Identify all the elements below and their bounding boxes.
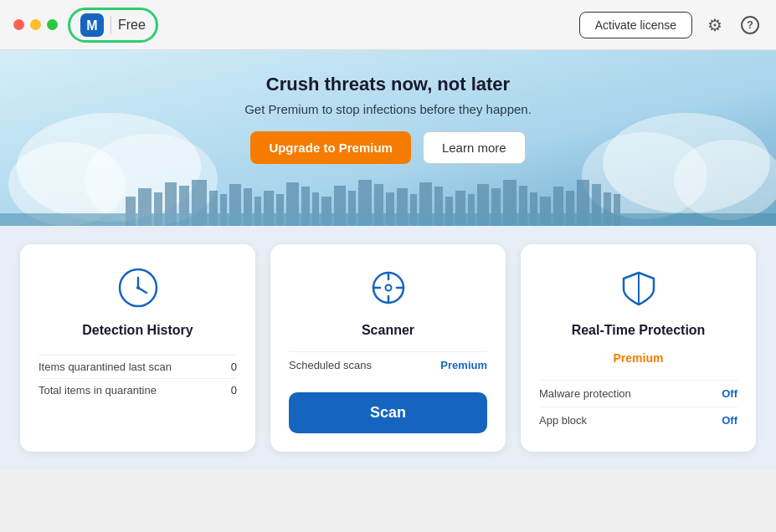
stat-label-quarantined-last-scan: Items quarantined last scan	[39, 361, 172, 373]
svg-rect-15	[209, 191, 218, 226]
svg-rect-33	[419, 182, 432, 226]
clock-icon	[115, 264, 162, 311]
svg-rect-47	[592, 184, 601, 226]
stat-row-total-quarantine: Total items in quarantine 0	[39, 378, 237, 402]
svg-rect-28	[358, 180, 372, 226]
svg-point-3	[17, 113, 201, 222]
svg-rect-41	[519, 186, 527, 226]
svg-rect-16	[220, 194, 227, 226]
svg-rect-30	[386, 192, 394, 226]
svg-rect-37	[468, 194, 475, 226]
realtime-protection-title: Real-Time Protection	[572, 323, 706, 338]
svg-text:M: M	[86, 18, 97, 33]
gear-icon: ⚙	[707, 15, 722, 35]
detection-history-stats: Items quarantined last scan 0 Total item…	[39, 355, 237, 402]
svg-rect-31	[397, 188, 408, 226]
hero-title: Crush threats now, not later	[266, 74, 510, 95]
svg-rect-20	[264, 191, 274, 226]
svg-point-7	[674, 140, 776, 220]
svg-rect-34	[434, 187, 443, 226]
minimize-button[interactable]	[30, 19, 41, 30]
stat-value-quarantined-last-scan: 0	[231, 361, 237, 373]
svg-point-5	[84, 134, 218, 226]
svg-rect-44	[553, 187, 563, 226]
svg-rect-24	[312, 192, 319, 226]
malware-protection-value: Off	[722, 387, 737, 400]
svg-rect-45	[566, 191, 574, 226]
free-label: Free	[118, 18, 146, 33]
maximize-button[interactable]	[47, 19, 58, 30]
malware-protection-label: Malware protection	[539, 387, 631, 400]
svg-rect-27	[348, 191, 356, 226]
svg-rect-21	[276, 194, 284, 226]
help-button[interactable]: ?	[737, 13, 763, 38]
malwarebytes-logo-icon: M	[80, 13, 104, 37]
svg-point-4	[8, 142, 126, 226]
svg-point-6	[603, 113, 770, 213]
realtime-premium-label: Premium	[614, 351, 664, 365]
help-icon: ?	[741, 16, 759, 34]
scheduled-scans-value: Premium	[440, 359, 487, 371]
detection-history-card: Detection History Items quarantined last…	[20, 244, 255, 452]
svg-rect-48	[604, 192, 611, 226]
titlebar: M Free Activate license ⚙ ?	[0, 0, 776, 50]
svg-rect-10	[138, 188, 152, 226]
cards-section: Detection History Items quarantined last…	[0, 226, 776, 470]
stat-label-total-quarantine: Total items in quarantine	[39, 384, 157, 396]
scheduled-scans-row: Scheduled scans Premium	[289, 351, 487, 378]
realtime-protection-features: Malware protection Off App block Off	[539, 380, 737, 433]
scanner-card: Scanner Scheduled scans Premium Scan	[270, 244, 506, 452]
scheduled-scans-label: Scheduled scans	[289, 359, 372, 371]
svg-rect-12	[165, 182, 177, 226]
svg-rect-49	[614, 194, 620, 226]
stat-value-total-quarantine: 0	[231, 384, 237, 396]
svg-rect-17	[229, 184, 241, 226]
detection-history-title: Detection History	[82, 323, 193, 338]
hero-subtitle: Get Premium to stop infections before th…	[244, 102, 532, 116]
svg-point-60	[385, 285, 391, 291]
svg-rect-35	[445, 197, 453, 226]
close-button[interactable]	[13, 19, 24, 30]
svg-rect-29	[374, 184, 383, 226]
svg-rect-19	[254, 197, 261, 226]
crosshair-icon	[365, 264, 412, 311]
logo-divider	[110, 16, 111, 34]
upgrade-to-premium-button[interactable]: Upgrade to Premium	[250, 131, 411, 164]
hero-banner: Crush threats now, not later Get Premium…	[0, 50, 776, 226]
detection-history-icon	[115, 264, 162, 311]
realtime-protection-card: Real-Time Protection Premium Malware pro…	[521, 244, 756, 452]
svg-rect-50	[0, 213, 776, 226]
svg-rect-39	[491, 188, 501, 226]
svg-point-54	[136, 286, 140, 289]
svg-rect-46	[577, 180, 589, 226]
svg-rect-25	[321, 197, 331, 226]
svg-rect-36	[455, 191, 465, 226]
svg-rect-40	[503, 180, 516, 226]
svg-rect-22	[286, 182, 299, 226]
app-block-value: Off	[722, 414, 737, 427]
stat-row-quarantined-last-scan: Items quarantined last scan 0	[39, 355, 237, 378]
scanner-title: Scanner	[362, 323, 414, 338]
svg-rect-42	[530, 192, 537, 226]
app-block-row: App block Off	[539, 407, 737, 433]
svg-rect-26	[334, 186, 346, 226]
svg-rect-23	[301, 187, 310, 226]
shield-icon	[615, 264, 662, 311]
scanner-icon	[365, 264, 412, 311]
logo-area: M Free	[68, 8, 158, 43]
svg-rect-11	[154, 192, 162, 226]
svg-rect-14	[192, 180, 207, 226]
activate-license-button[interactable]: Activate license	[579, 12, 692, 38]
svg-rect-9	[126, 197, 136, 226]
settings-button[interactable]: ⚙	[702, 13, 727, 38]
svg-rect-13	[179, 186, 189, 226]
realtime-protection-icon	[615, 264, 662, 311]
traffic-lights	[13, 19, 58, 30]
svg-rect-43	[540, 197, 551, 226]
svg-rect-38	[477, 184, 489, 226]
malware-protection-row: Malware protection Off	[539, 380, 737, 407]
learn-more-button[interactable]: Learn more	[423, 131, 526, 164]
svg-point-8	[582, 132, 707, 219]
svg-rect-32	[410, 194, 417, 226]
scan-button[interactable]: Scan	[289, 392, 487, 433]
